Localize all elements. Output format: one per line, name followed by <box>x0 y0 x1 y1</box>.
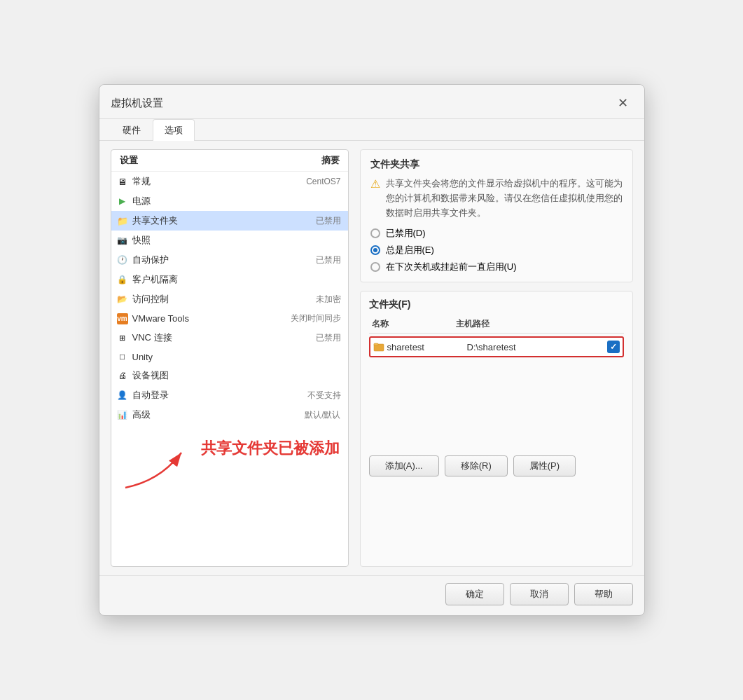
annotation-area: 共享文件夹已被添加 <box>111 425 348 495</box>
radio-always[interactable]: 总是启用(E) <box>370 244 623 256</box>
folder-share-icon: 📁 <box>117 215 128 226</box>
title-bar: 虚拟机设置 ✕ <box>99 85 644 119</box>
monitor-icon: 🖥 <box>117 176 128 187</box>
ok-button[interactable]: 确定 <box>445 583 504 605</box>
row-power[interactable]: ▶ 电源 <box>111 191 348 211</box>
header-name: 名称 <box>372 318 456 330</box>
radio-until-off[interactable]: 在下次关机或挂起前一直启用(U) <box>370 261 623 273</box>
label-shared-folders: 共享文件夹 <box>132 214 312 227</box>
label-isolation: 客户机隔离 <box>132 273 337 286</box>
svg-rect-2 <box>374 343 378 345</box>
tab-bar: 硬件 选项 <box>99 119 644 141</box>
label-device-view: 设备视图 <box>132 369 337 382</box>
folder-icon: 📂 <box>117 294 128 305</box>
folder-section-title: 文件夹(F) <box>369 298 624 311</box>
row-isolation[interactable]: 🔒 客户机隔离 <box>111 270 348 289</box>
value-advanced: 默认/默认 <box>305 409 340 421</box>
warning-row: ⚠ 共享文件夹会将您的文件显示给虚拟机中的程序。这可能为您的计算机和数据带来风险… <box>370 177 623 220</box>
value-vnc: 已禁用 <box>316 332 341 344</box>
label-vmware-tools: VMware Tools <box>132 313 286 324</box>
settings-header: 设置 摘要 <box>111 150 348 172</box>
remove-button[interactable]: 移除(R) <box>445 455 508 476</box>
row-autologin[interactable]: 👤 自动登录 不受支持 <box>111 385 348 405</box>
folder-section: 文件夹(F) 名称 主机路径 sharetest D:\sharetest <box>360 291 633 567</box>
row-unity[interactable]: □ Unity <box>111 348 348 366</box>
header-host-path: 主机路径 <box>456 318 621 330</box>
label-autologin: 自动登录 <box>132 389 303 402</box>
label-advanced: 高级 <box>132 409 301 421</box>
annotation-arrow-icon <box>118 439 188 495</box>
label-general: 常规 <box>132 175 303 188</box>
value-access-control: 未加密 <box>316 294 341 306</box>
device-icon: 🖨 <box>117 370 128 381</box>
folder-table-row[interactable]: sharetest D:\sharetest <box>369 336 624 357</box>
user-icon: 👤 <box>117 390 128 401</box>
radio-always-circle <box>370 245 380 255</box>
settings-list: 设置 摘要 🖥 常规 CentOS7 ▶ 电源 📁 共享文件夹 已禁用 <box>111 149 349 567</box>
value-autologin: 不受支持 <box>307 390 341 402</box>
row-advanced[interactable]: 📊 高级 默认/默认 <box>111 405 348 425</box>
label-power: 电源 <box>132 195 337 207</box>
label-unity: Unity <box>132 352 337 362</box>
row-vmware-tools[interactable]: vm VMware Tools 关闭时间同步 <box>111 309 348 328</box>
label-autosave: 自动保护 <box>132 254 312 266</box>
radio-always-label: 总是启用(E) <box>386 244 434 256</box>
value-shared-folders: 已禁用 <box>316 215 341 227</box>
clock-icon: 🕐 <box>117 254 128 266</box>
warning-text: 共享文件夹会将您的文件显示给虚拟机中的程序。这可能为您的计算机和数据带来风险。请… <box>386 177 623 220</box>
row-shared-folders[interactable]: 📁 共享文件夹 已禁用 <box>111 211 348 231</box>
label-access-control: 访问控制 <box>132 293 312 306</box>
row-autosave[interactable]: 🕐 自动保护 已禁用 <box>111 250 348 270</box>
grid-icon: ⊞ <box>117 332 128 343</box>
header-summary: 摘要 <box>321 154 340 167</box>
folder-row-name: sharetest <box>387 342 464 352</box>
camera-icon: 📷 <box>117 235 128 246</box>
radio-disabled[interactable]: 已禁用(D) <box>370 227 623 240</box>
radio-disabled-label: 已禁用(D) <box>386 227 426 240</box>
unity-icon: □ <box>117 351 128 362</box>
annotation-label: 共享文件夹已被添加 <box>201 439 340 459</box>
label-vnc: VNC 连接 <box>132 331 312 344</box>
folder-action-row: 添加(A)... 移除(R) 属性(P) <box>369 455 624 476</box>
dialog-title: 虚拟机设置 <box>111 97 163 110</box>
row-general[interactable]: 🖥 常规 CentOS7 <box>111 172 348 191</box>
row-device-view[interactable]: 🖨 设备视图 <box>111 366 348 385</box>
tab-options[interactable]: 选项 <box>153 119 195 141</box>
header-setting: 设置 <box>120 154 138 167</box>
add-button[interactable]: 添加(A)... <box>369 455 439 476</box>
value-autosave: 已禁用 <box>316 254 341 266</box>
lock-icon: 🔒 <box>117 274 128 285</box>
folder-row-path: D:\sharetest <box>467 342 604 352</box>
chart-icon: 📊 <box>117 409 128 420</box>
radio-disabled-circle <box>370 228 380 238</box>
row-snapshot[interactable]: 📷 快照 <box>111 231 348 250</box>
value-vmware-tools: 关闭时间同步 <box>291 313 341 324</box>
vm-icon: vm <box>117 313 128 324</box>
cancel-button[interactable]: 取消 <box>510 583 569 605</box>
folder-share-title: 文件夹共享 <box>370 158 623 171</box>
properties-button[interactable]: 属性(P) <box>513 455 576 476</box>
radio-until-off-circle <box>370 262 380 272</box>
tab-hardware[interactable]: 硬件 <box>111 119 153 141</box>
radio-until-off-label: 在下次关机或挂起前一直启用(U) <box>386 261 517 273</box>
folder-row-icon <box>373 341 384 352</box>
label-snapshot: 快照 <box>132 234 337 247</box>
folder-share-section: 文件夹共享 ⚠ 共享文件夹会将您的文件显示给虚拟机中的程序。这可能为您的计算机和… <box>360 149 633 282</box>
value-general: CentOS7 <box>306 177 340 186</box>
folder-table-header: 名称 主机路径 <box>369 317 624 334</box>
folder-table-body: sharetest D:\sharetest <box>369 336 624 448</box>
virtual-machine-settings-dialog: 虚拟机设置 ✕ 硬件 选项 设置 摘要 🖥 常规 CentOS7 ▶ 电源 <box>99 84 645 616</box>
right-panel: 文件夹共享 ⚠ 共享文件夹会将您的文件显示给虚拟机中的程序。这可能为您的计算机和… <box>349 149 633 567</box>
play-icon: ▶ <box>117 195 128 207</box>
warning-icon: ⚠ <box>370 177 380 220</box>
close-button[interactable]: ✕ <box>613 93 633 113</box>
radio-group: 已禁用(D) 总是启用(E) 在下次关机或挂起前一直启用(U) <box>370 227 623 273</box>
row-access-control[interactable]: 📂 访问控制 未加密 <box>111 289 348 309</box>
help-button[interactable]: 帮助 <box>574 583 633 605</box>
bottom-bar: 确定 取消 帮助 <box>99 575 644 615</box>
content-area: 设置 摘要 🖥 常规 CentOS7 ▶ 电源 📁 共享文件夹 已禁用 <box>99 141 644 575</box>
row-vnc[interactable]: ⊞ VNC 连接 已禁用 <box>111 328 348 348</box>
folder-row-checkbox[interactable] <box>607 341 620 353</box>
